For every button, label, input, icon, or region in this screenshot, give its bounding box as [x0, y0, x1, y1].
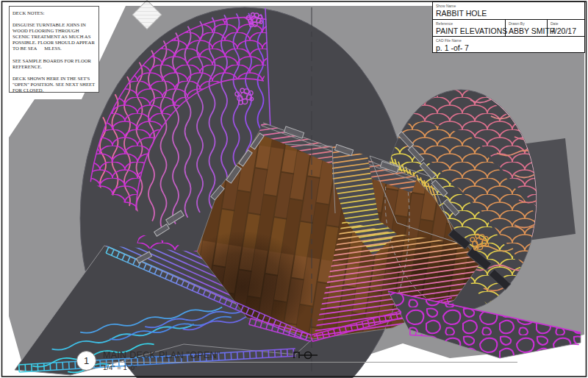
reference-cell: Reference PAINT ELEVATIONS	[433, 20, 505, 36]
reference-value: PAINT ELEVATIONS	[436, 26, 505, 35]
view-scale: 1/4" = 1'-0"	[103, 363, 137, 371]
view-title: MAIN DECK PLAN "OPEN"	[103, 350, 220, 360]
view-label: 1 MAIN DECK PLAN "OPEN" 1/4" = 1'-0"	[76, 349, 370, 375]
title-block-row: CAD File Name p. 1 -of- 7	[433, 37, 584, 52]
deck-notes-heading: DECK NOTES:	[12, 10, 96, 16]
deck-notes-paragraph: SEE SAMPLE BOARDS FOR FLOOR REFERENCE.	[12, 58, 96, 70]
drawn-by-cell: Drawn By ABBY SMITH	[505, 20, 547, 36]
deck-notes-paragraph: DECK SHOWN HERE IN THE SET'S "OPEN" POSI…	[12, 76, 96, 93]
drawn-by-value: ABBY SMITH	[509, 26, 547, 35]
date-label: Date	[551, 21, 584, 26]
title-block-row: Show Name RABBIT HOLE	[433, 2, 584, 20]
deck-notes-paragraph: DISGUISE TURNTABLE JOINS IN WOOD FLOORIN…	[12, 22, 96, 51]
reference-label: Reference	[436, 21, 505, 26]
show-name-cell: Show Name RABBIT HOLE	[433, 2, 584, 19]
deck-notes-box: DECK NOTES: DISGUISE TURNTABLE JOINS IN …	[9, 6, 99, 93]
show-name-value: RABBIT HOLE	[436, 9, 584, 18]
drawn-by-label: Drawn By	[509, 21, 547, 26]
title-block-row: Reference PAINT ELEVATIONS Drawn By ABBY…	[433, 20, 584, 37]
cad-file-label: CAD File Name	[436, 38, 584, 43]
title-block: Show Name RABBIT HOLE Reference PAINT EL…	[432, 1, 585, 53]
cad-file-cell: CAD File Name p. 1 -of- 7	[433, 37, 584, 52]
date-cell: Date 7/20/17	[547, 20, 584, 36]
drawing-sheet: DECK NOTES: DISGUISE TURNTABLE JOINS IN …	[0, 0, 588, 378]
view-number-bubble: 1	[76, 351, 96, 371]
show-name-label: Show Name	[436, 4, 584, 8]
date-value: 7/20/17	[551, 26, 584, 35]
cad-file-value: p. 1 -of- 7	[436, 43, 584, 52]
